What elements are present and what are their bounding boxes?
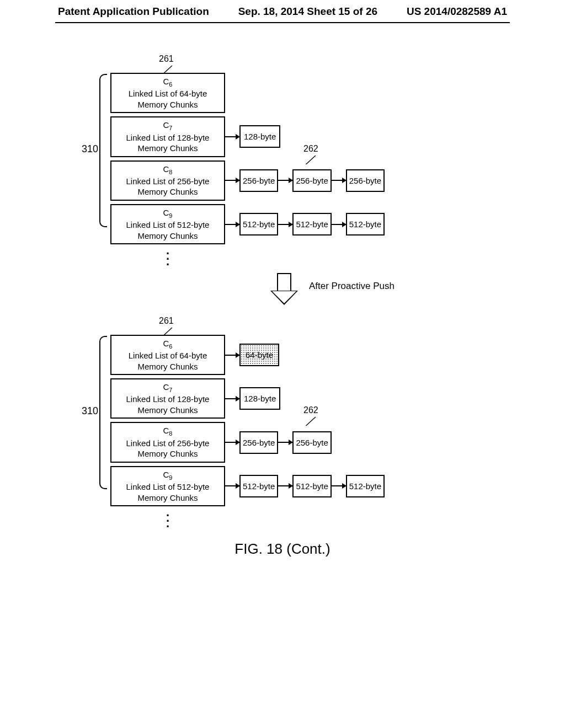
- brace-label-top: 310: [82, 143, 98, 155]
- arrow-icon: [332, 485, 346, 486]
- list-box-c6: C6 Linked List of 64-byte Memory Chunks: [110, 335, 225, 375]
- list-box-c9: C9 Linked List of 512-byte Memory Chunks: [110, 204, 225, 244]
- chunk-256: 256-byte: [292, 431, 331, 454]
- arrow-icon: [332, 224, 346, 225]
- header-left: Patent Application Publication: [58, 6, 209, 18]
- arrow-icon: [332, 180, 346, 181]
- bottom-structure: 261 ╱ 310 C6 Linked List of 64-byte Memo…: [110, 335, 510, 529]
- row-c9-top: C9 Linked List of 512-byte Memory Chunks…: [110, 204, 510, 244]
- row-c6-bottom: C6 Linked List of 64-byte Memory Chunks …: [110, 335, 510, 375]
- chunk-512: 512-byte: [292, 213, 331, 235]
- chunk-512: 512-byte: [239, 213, 278, 235]
- chunk-512: 512-byte: [292, 475, 331, 497]
- brace-top: [99, 74, 107, 227]
- figure-area: 261 ╱ 310 C6 Linked List of 64-byte Memo…: [55, 73, 510, 558]
- arrow-icon: [278, 180, 292, 181]
- ref-262-top: 262: [303, 144, 318, 154]
- arrow-icon: [225, 398, 239, 399]
- chunk-512: 512-byte: [346, 475, 385, 497]
- brace-bottom: [99, 336, 107, 489]
- row-c9-bottom: C9 Linked List of 512-byte Memory Chunks…: [110, 466, 510, 506]
- list-box-c8: C8 Linked List of 256-byte Memory Chunks: [110, 422, 225, 462]
- list-box-c7: C7 Linked List of 128-byte Memory Chunks: [110, 116, 225, 157]
- ref-261-bottom: 261: [159, 316, 174, 326]
- arrow-icon: [225, 180, 239, 181]
- ref-261-top: 261: [159, 54, 174, 64]
- arrow-icon: [225, 224, 239, 225]
- arrow-icon: [278, 442, 292, 443]
- vertical-ellipsis-icon: ···: [110, 248, 225, 267]
- push-label: After Proactive Push: [309, 281, 395, 292]
- chunk-256: 256-byte: [239, 431, 278, 454]
- chunk-64-new: 64-byte: [239, 344, 279, 366]
- chunk-128: 128-byte: [239, 387, 280, 410]
- page-header: Patent Application Publication Sep. 18, …: [0, 0, 565, 18]
- header-rule: [55, 22, 510, 23]
- list-box-c8: C8 Linked List of 256-byte Memory Chunks: [110, 160, 225, 201]
- figure-caption: FIG. 18 (Cont.): [55, 540, 510, 558]
- arrow-icon: [225, 355, 239, 356]
- arrow-icon: [225, 485, 239, 486]
- chunk-256: 256-byte: [292, 169, 331, 192]
- list-box-c9: C9 Linked List of 512-byte Memory Chunks: [110, 466, 225, 506]
- chunk-512: 512-byte: [239, 475, 278, 497]
- vertical-ellipsis-icon: ···: [110, 510, 225, 529]
- arrow-icon: [225, 442, 239, 443]
- header-middle: Sep. 18, 2014 Sheet 15 of 26: [238, 6, 377, 18]
- top-structure: 261 ╱ 310 C6 Linked List of 64-byte Memo…: [110, 73, 510, 267]
- chunk-256: 256-byte: [239, 169, 278, 192]
- row-c8-top: 262 ╱ C8 Linked List of 256-byte Memory …: [110, 160, 510, 201]
- row-c6-top: C6 Linked List of 64-byte Memory Chunks: [110, 73, 510, 113]
- down-arrow-icon: [270, 273, 298, 306]
- list-box-c6: C6 Linked List of 64-byte Memory Chunks: [110, 73, 225, 113]
- arrow-icon: [278, 224, 292, 225]
- header-right: US 2014/0282589 A1: [407, 6, 507, 18]
- ref-262-bottom: 262: [303, 405, 318, 415]
- list-box-c7: C7 Linked List of 128-byte Memory Chunks: [110, 378, 225, 419]
- brace-label-bottom: 310: [82, 405, 98, 417]
- chunk-128: 128-byte: [239, 125, 280, 148]
- arrow-icon: [225, 136, 239, 137]
- chunk-256: 256-byte: [346, 169, 385, 192]
- row-c8-bottom: 262 ╱ C8 Linked List of 256-byte Memory …: [110, 422, 510, 462]
- arrow-icon: [278, 485, 292, 486]
- chunk-512: 512-byte: [346, 213, 385, 235]
